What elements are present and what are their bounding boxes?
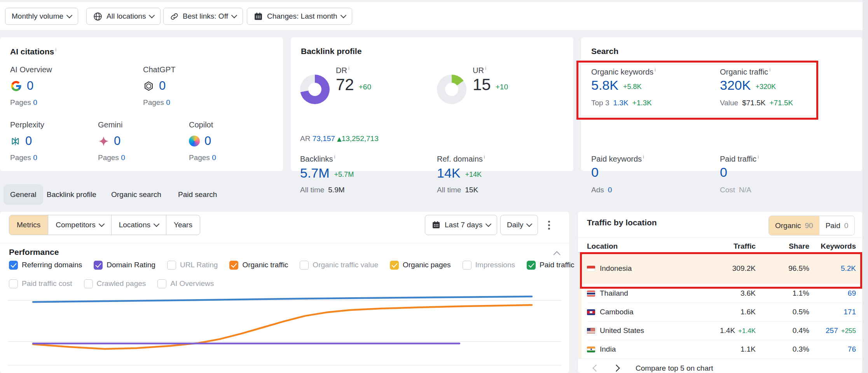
checkbox-impressions[interactable]: Impressions: [463, 261, 515, 270]
info-icon[interactable]: i: [485, 65, 486, 71]
organic-toggle-button[interactable]: Organic 90: [769, 216, 819, 235]
pages-count[interactable]: 0: [33, 153, 37, 162]
checkbox-crawled-pages[interactable]: Crawled pages: [84, 279, 146, 288]
keywords-link[interactable]: 5.2K: [841, 264, 856, 272]
info-icon[interactable]: i: [348, 65, 349, 71]
citation-count[interactable]: 0: [25, 134, 32, 148]
checkbox-box[interactable]: [300, 261, 309, 270]
checkbox-organic-pages[interactable]: Organic pages: [390, 261, 451, 270]
checkbox-box[interactable]: [84, 279, 93, 288]
next-page-chevron-right-icon[interactable]: [613, 364, 620, 371]
indonesia-flag-icon: [587, 266, 595, 272]
checkbox-box[interactable]: [9, 279, 18, 288]
paid-traffic-value[interactable]: 0: [720, 166, 727, 179]
chevron-down-icon: [66, 12, 73, 19]
pages-count[interactable]: 0: [212, 153, 216, 162]
pages-count[interactable]: 0: [33, 98, 37, 106]
location-row-united-states[interactable]: United States 1.4K+1.4K 0.4% 257+255: [578, 321, 862, 340]
tab-backlink-profile[interactable]: Backlink profile: [47, 184, 96, 205]
traffic-by-location-title: Traffic by location: [587, 218, 657, 227]
info-icon[interactable]: i: [769, 67, 770, 73]
changes-dropdown[interactable]: Changes: Last month: [247, 8, 352, 25]
citation-count[interactable]: 0: [27, 79, 33, 93]
checkbox-box[interactable]: [94, 261, 103, 270]
citation-count[interactable]: 0: [114, 134, 121, 148]
checkbox-box[interactable]: [157, 279, 166, 288]
monthly-volume-dropdown[interactable]: Monthly volume: [5, 8, 78, 25]
info-icon[interactable]: i: [758, 154, 759, 160]
paid-keywords-value[interactable]: 0: [591, 166, 599, 179]
checkbox-box[interactable]: [167, 261, 176, 270]
backlinks-value[interactable]: 5.7M: [300, 166, 330, 180]
citation-count[interactable]: 0: [204, 134, 211, 148]
tab-organic-search[interactable]: Organic search: [111, 184, 161, 205]
info-icon[interactable]: i: [643, 154, 644, 160]
best-links-dropdown[interactable]: Best links: Off: [163, 8, 243, 25]
keywords-link[interactable]: 76: [848, 345, 856, 353]
granularity-dropdown[interactable]: Daily: [500, 215, 538, 235]
keywords-link[interactable]: 171: [844, 308, 856, 316]
prev-page-chevron-left-icon[interactable]: [592, 364, 599, 371]
checkbox-referring-domains[interactable]: Referring domains: [9, 261, 82, 270]
tab-general[interactable]: General: [3, 184, 43, 205]
organic-keywords-change: +5.8K: [623, 83, 642, 92]
organic-keywords-value[interactable]: 5.8K: [591, 78, 618, 92]
cambodia-flag-icon: [587, 309, 595, 315]
collapse-chevron-up-icon[interactable]: [553, 251, 560, 258]
checkbox-url-rating[interactable]: URL Rating: [167, 261, 218, 270]
pages-count[interactable]: 0: [121, 153, 125, 162]
location-row-thailand[interactable]: Thailand 3.6K 1.1% 69: [578, 284, 862, 303]
pages-count[interactable]: 0: [166, 98, 170, 106]
scrollbar-track[interactable]: [863, 0, 868, 373]
date-range-dropdown[interactable]: Last 7 days: [425, 215, 497, 235]
share-value: 96.5%: [774, 264, 809, 273]
checkbox-box[interactable]: [9, 261, 18, 270]
ai-citations-card: AI citationsi AI Overview 0 Pages 0 Chat…: [0, 37, 283, 171]
ar-line: AR 73,157 ▲13,252,713: [300, 134, 379, 143]
checkbox-organic-traffic[interactable]: Organic traffic: [229, 261, 288, 270]
competitors-dropdown[interactable]: Competitors: [48, 215, 111, 235]
checkbox-box[interactable]: [463, 261, 472, 270]
citation-count[interactable]: 0: [159, 79, 166, 93]
location-row-cambodia[interactable]: Cambodia 1.6K 0.5% 171: [578, 303, 862, 321]
search-title: Search: [591, 47, 618, 56]
overview-panel: Metrics Competitors Locations Years Last…: [0, 212, 569, 373]
pages-label: Pages: [10, 98, 31, 106]
best-links-label: Best links: Off: [183, 12, 228, 21]
metrics-button[interactable]: Metrics: [9, 215, 48, 235]
chevron-down-icon: [526, 221, 533, 227]
checkbox-ai-overviews[interactable]: AI Overviews: [157, 279, 214, 288]
ref-domains-value[interactable]: 14K: [437, 166, 461, 180]
keywords-link[interactable]: 257: [826, 326, 838, 335]
years-button[interactable]: Years: [166, 215, 200, 235]
compare-top5-button[interactable]: Compare top 5 on chart: [636, 364, 713, 373]
paid-toggle-button[interactable]: Paid 0: [819, 216, 855, 235]
checkbox-paid-traffic-cost[interactable]: Paid traffic cost: [9, 279, 72, 288]
checkbox-box[interactable]: [390, 261, 399, 270]
engine-name: Perplexity: [10, 120, 96, 129]
info-icon[interactable]: i: [484, 154, 485, 160]
more-options-kebab-icon[interactable]: [546, 218, 552, 232]
info-icon[interactable]: i: [655, 67, 656, 73]
tab-paid-search[interactable]: Paid search: [178, 184, 217, 205]
ar-value[interactable]: 73,157: [313, 134, 335, 143]
engine-copilot: Copilot 0 Pages 0: [189, 120, 274, 162]
locations-dropdown[interactable]: Locations: [111, 215, 166, 235]
checkbox-box[interactable]: [527, 261, 536, 270]
organic-count: 90: [805, 221, 813, 230]
checkbox-organic-traffic-value[interactable]: Organic traffic value: [300, 261, 378, 270]
location-row-indonesia[interactable]: Indonesia 309.2K 96.5% 5.2K: [578, 253, 862, 284]
info-icon[interactable]: i: [334, 154, 335, 160]
checkbox-box[interactable]: [229, 261, 238, 270]
keywords-link[interactable]: 69: [848, 289, 856, 297]
col-share: Share: [774, 242, 809, 251]
info-icon[interactable]: i: [55, 47, 56, 52]
chevron-down-icon: [154, 221, 160, 227]
keywords-change: +255: [841, 327, 856, 335]
location-row-india[interactable]: India 1.1K 0.3% 76: [578, 340, 862, 359]
organic-traffic-value[interactable]: 320K: [720, 78, 751, 92]
checkbox-paid-traffic[interactable]: Paid traffic: [527, 261, 574, 270]
checkbox-domain-rating[interactable]: Domain Rating: [94, 261, 155, 270]
all-locations-dropdown[interactable]: All locations: [86, 8, 161, 25]
divider: [0, 243, 569, 243]
